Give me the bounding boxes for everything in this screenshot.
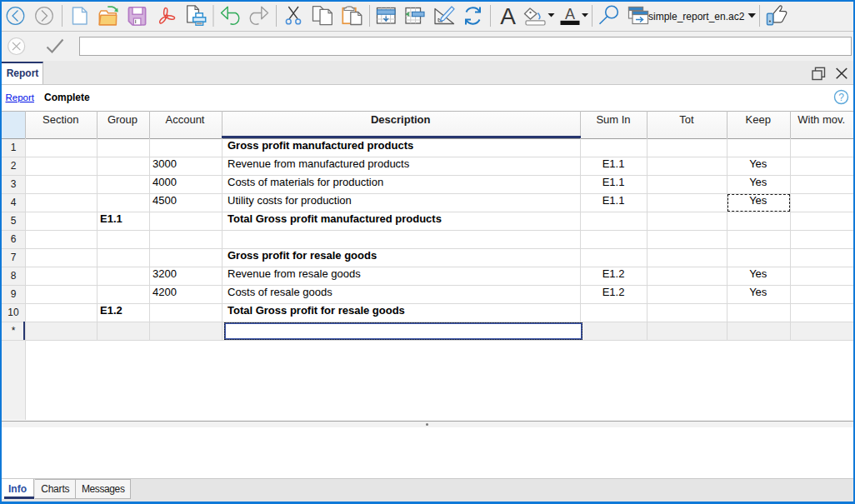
svg-text:?: ? bbox=[838, 92, 844, 103]
svg-text:A: A bbox=[565, 6, 575, 22]
svg-text:A: A bbox=[500, 3, 516, 29]
